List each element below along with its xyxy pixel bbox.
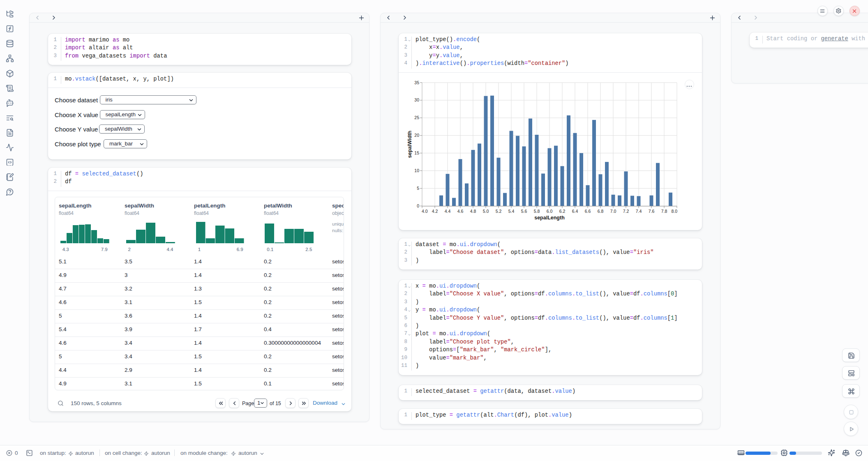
svg-text:sepalWidth: sepalWidth bbox=[407, 131, 413, 158]
svg-text:7.0: 7.0 bbox=[610, 209, 616, 214]
svg-text:4.0: 4.0 bbox=[422, 209, 428, 214]
svg-text:5.2: 5.2 bbox=[496, 209, 502, 214]
svg-text:4.6: 4.6 bbox=[457, 209, 464, 214]
svg-text:4.4: 4.4 bbox=[445, 209, 451, 214]
svg-text:6.8: 6.8 bbox=[598, 209, 604, 214]
svg-text:5.8: 5.8 bbox=[534, 209, 540, 214]
svg-text:30: 30 bbox=[414, 97, 419, 102]
svg-text:6.2: 6.2 bbox=[559, 209, 566, 214]
svg-text:6.0: 6.0 bbox=[547, 209, 553, 214]
svg-text:5.4: 5.4 bbox=[508, 209, 515, 214]
svg-text:7.2: 7.2 bbox=[623, 209, 629, 214]
svg-text:25: 25 bbox=[414, 115, 419, 120]
svg-text:0: 0 bbox=[417, 203, 419, 208]
svg-text:35: 35 bbox=[414, 80, 419, 85]
svg-text:7.6: 7.6 bbox=[649, 209, 655, 214]
svg-text:6.4: 6.4 bbox=[572, 209, 578, 214]
svg-text:10: 10 bbox=[414, 168, 419, 173]
svg-text:7.8: 7.8 bbox=[661, 209, 667, 214]
svg-text:4.2: 4.2 bbox=[432, 209, 438, 214]
svg-text:7.4: 7.4 bbox=[636, 209, 642, 214]
svg-text:4.8: 4.8 bbox=[470, 209, 476, 214]
svg-text:5.0: 5.0 bbox=[483, 209, 489, 214]
svg-text:5: 5 bbox=[417, 186, 419, 191]
svg-text:sepalLength: sepalLength bbox=[534, 215, 565, 221]
svg-text:15: 15 bbox=[414, 150, 419, 155]
svg-text:8.0: 8.0 bbox=[671, 209, 677, 214]
svg-text:6.6: 6.6 bbox=[585, 209, 591, 214]
svg-text:20: 20 bbox=[414, 133, 419, 138]
svg-text:5.6: 5.6 bbox=[521, 209, 527, 214]
